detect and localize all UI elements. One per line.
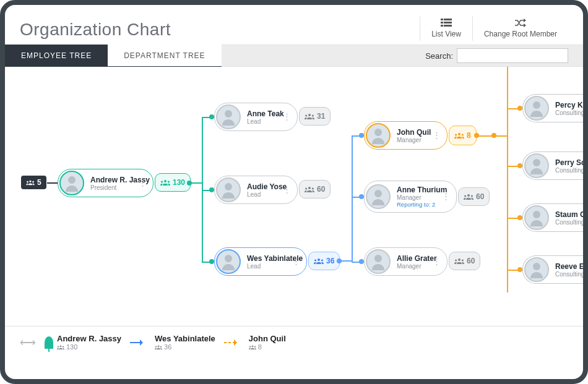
node-andrew[interactable]: Andrew R. JassyPresident ⋮ bbox=[58, 169, 153, 197]
count-anne-teak[interactable]: 31 bbox=[299, 107, 331, 126]
svg-rect-4 bbox=[444, 22, 452, 23]
node-staum[interactable]: Staum ClConsulting bbox=[522, 203, 583, 232]
search-label: Search: bbox=[425, 51, 453, 61]
root-count-badge[interactable]: 5 bbox=[21, 176, 46, 189]
breadcrumb-item-wes[interactable]: Wes Yabinlatele36 bbox=[155, 334, 215, 351]
count-audie[interactable]: 60 bbox=[299, 180, 331, 198]
menu-icon[interactable]: ⋮ bbox=[430, 134, 443, 137]
node-wes[interactable]: Wes YabinlateleLead ⋮ bbox=[214, 247, 307, 276]
avatar bbox=[216, 177, 241, 202]
breadcrumb-item-andrew[interactable]: Andrew R. Jassy130 bbox=[45, 334, 121, 351]
tab-employee-tree[interactable]: EMPLOYEE TREE bbox=[5, 45, 108, 67]
menu-icon[interactable]: ⋮ bbox=[430, 260, 443, 263]
avatar bbox=[524, 257, 549, 282]
tab-department-tree[interactable]: DEPARTMENT TREE bbox=[108, 45, 221, 67]
node-reeve[interactable]: Reeve EweConsulting bbox=[522, 255, 583, 284]
list-view-button[interactable]: List View bbox=[420, 16, 472, 41]
menu-icon[interactable]: ⋮ bbox=[439, 195, 452, 198]
change-root-button[interactable]: Change Root Member bbox=[472, 16, 568, 41]
menu-icon[interactable]: ⋮ bbox=[290, 260, 303, 263]
count-allie[interactable]: 60 bbox=[449, 252, 480, 270]
svg-rect-2 bbox=[444, 19, 452, 20]
svg-rect-5 bbox=[441, 25, 443, 27]
node-allie[interactable]: Allie GraterManager ⋮ bbox=[364, 247, 447, 276]
count-andrew[interactable]: 130 bbox=[155, 173, 191, 192]
breadcrumb-back-icon[interactable]: ⟷ bbox=[20, 336, 36, 349]
page-header: Organization Chart List View Change Root… bbox=[5, 16, 583, 45]
node-anne-thurium[interactable]: Anne ThuriumManagerReporting to: 2 ⋮ bbox=[364, 181, 457, 213]
avatar bbox=[59, 171, 84, 195]
reporting-link[interactable]: Reporting to: 2 bbox=[397, 201, 433, 208]
breadcrumb: ⟷ Andrew R. Jassy130 Wes Yabinlatele36 J… bbox=[5, 326, 583, 358]
avatar bbox=[524, 205, 549, 230]
menu-icon[interactable]: ⋮ bbox=[280, 116, 293, 118]
node-percy[interactable]: Percy KewConsulting bbox=[522, 94, 583, 122]
arrow-right-icon bbox=[224, 339, 240, 346]
count-wes[interactable]: 36 bbox=[308, 252, 340, 270]
node-audie[interactable]: Audie YoseLead ⋮ bbox=[214, 176, 298, 204]
pin-icon bbox=[45, 336, 53, 349]
svg-rect-6 bbox=[444, 25, 452, 27]
svg-rect-1 bbox=[441, 19, 443, 20]
app-frame: Organization Chart List View Change Root… bbox=[0, 0, 588, 384]
tab-bar: EMPLOYEE TREE DEPARTMENT TREE Search: bbox=[5, 45, 583, 67]
count-anne-thurium[interactable]: 60 bbox=[458, 187, 490, 206]
list-view-label: List View bbox=[431, 30, 461, 38]
avatar bbox=[524, 153, 549, 178]
org-chart-canvas[interactable]: 5 Andrew R. JassyPresident ⋮ 130 bbox=[5, 67, 583, 326]
menu-icon[interactable]: ⋮ bbox=[280, 189, 293, 191]
page-title: Organization Chart bbox=[20, 16, 420, 40]
svg-rect-3 bbox=[441, 22, 443, 23]
avatar bbox=[366, 123, 391, 148]
shuffle-icon bbox=[515, 19, 526, 27]
avatar bbox=[216, 105, 241, 129]
count-john[interactable]: 8 bbox=[449, 126, 477, 145]
change-root-label: Change Root Member bbox=[484, 30, 557, 38]
list-icon bbox=[441, 19, 452, 27]
avatar bbox=[524, 96, 549, 121]
arrow-right-icon bbox=[130, 339, 146, 346]
avatar bbox=[366, 184, 391, 209]
avatar bbox=[366, 249, 391, 274]
avatar bbox=[216, 249, 241, 274]
node-perry[interactable]: Perry ScopConsulting bbox=[522, 151, 583, 180]
menu-icon[interactable]: ⋮ bbox=[136, 182, 149, 184]
breadcrumb-item-john[interactable]: John Quil8 bbox=[249, 334, 286, 351]
node-john[interactable]: John QuilManager ⋮ bbox=[364, 121, 447, 150]
search-input[interactable] bbox=[457, 48, 568, 63]
node-anne-teak[interactable]: Anne TeakLead ⋮ bbox=[214, 103, 298, 131]
